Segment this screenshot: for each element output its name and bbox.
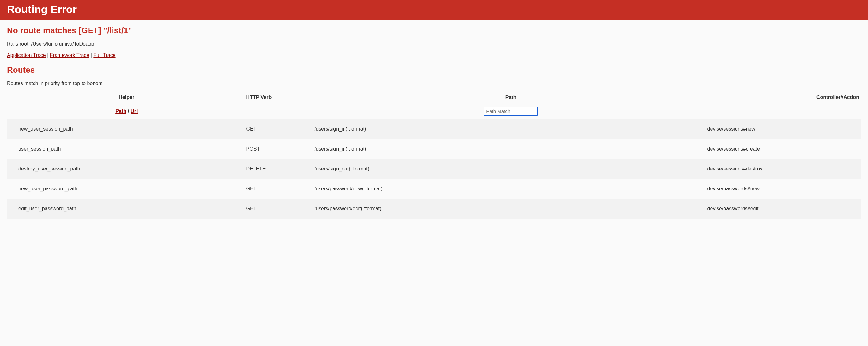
table-row: edit_user_password_pathGET/users/passwor… xyxy=(7,199,861,219)
col-header-verb: HTTP Verb xyxy=(246,92,314,103)
route-verb: GET xyxy=(246,179,314,199)
error-message: No route matches [GET] "/list/1" xyxy=(7,26,861,35)
route-path: /users/sign_in(.:format) xyxy=(314,139,707,159)
col-header-action: Controller#Action xyxy=(707,92,861,103)
route-helper: user_session_path xyxy=(7,139,246,159)
route-action: devise/sessions#create xyxy=(707,139,861,159)
route-helper: destroy_user_session_path xyxy=(7,159,246,179)
route-action: devise/sessions#destroy xyxy=(707,159,861,179)
col-header-path: Path xyxy=(314,92,707,103)
table-row: new_user_session_pathGET/users/sign_in(.… xyxy=(7,119,861,139)
helper-toggle: Path / Url xyxy=(115,109,137,114)
route-verb: GET xyxy=(246,199,314,219)
route-action: devise/passwords#new xyxy=(707,179,861,199)
routes-note: Routes match in priority from top to bot… xyxy=(7,81,861,86)
helper-url-link[interactable]: Url xyxy=(130,109,137,114)
col-header-helper: Helper xyxy=(7,92,246,103)
routes-heading: Routes xyxy=(7,65,861,75)
trace-links: Application Trace | Framework Trace | Fu… xyxy=(7,53,861,58)
route-helper: new_user_session_path xyxy=(7,119,246,139)
table-row: user_session_pathPOST/users/sign_in(.:fo… xyxy=(7,139,861,159)
table-row: new_user_password_pathGET/users/password… xyxy=(7,179,861,199)
routes-table: Helper HTTP Verb Path Controller#Action … xyxy=(7,92,861,219)
route-helper: edit_user_password_path xyxy=(7,199,246,219)
full-trace-link[interactable]: Full Trace xyxy=(93,53,115,58)
framework-trace-link[interactable]: Framework Trace xyxy=(50,53,89,58)
route-verb: POST xyxy=(246,139,314,159)
route-path: /users/sign_in(.:format) xyxy=(314,119,707,139)
route-verb: DELETE xyxy=(246,159,314,179)
route-path: /users/sign_out(.:format) xyxy=(314,159,707,179)
route-action: devise/sessions#new xyxy=(707,119,861,139)
application-trace-link[interactable]: Application Trace xyxy=(7,53,46,58)
route-path: /users/password/new(.:format) xyxy=(314,179,707,199)
page-title: Routing Error xyxy=(7,3,861,16)
table-row: destroy_user_session_pathDELETE/users/si… xyxy=(7,159,861,179)
error-header: Routing Error xyxy=(0,0,868,20)
route-path: /users/password/edit(.:format) xyxy=(314,199,707,219)
route-action: devise/passwords#edit xyxy=(707,199,861,219)
path-match-input[interactable] xyxy=(484,107,538,116)
helper-path-link[interactable]: Path xyxy=(115,109,126,114)
slash: / xyxy=(128,109,130,114)
route-helper: new_user_password_path xyxy=(7,179,246,199)
content-area: No route matches [GET] "/list/1" Rails.r… xyxy=(0,20,868,225)
separator: | xyxy=(47,53,50,58)
route-verb: GET xyxy=(246,119,314,139)
rails-root-path: Rails.root: /Users/kinjofumiya/ToDoapp xyxy=(7,41,861,47)
